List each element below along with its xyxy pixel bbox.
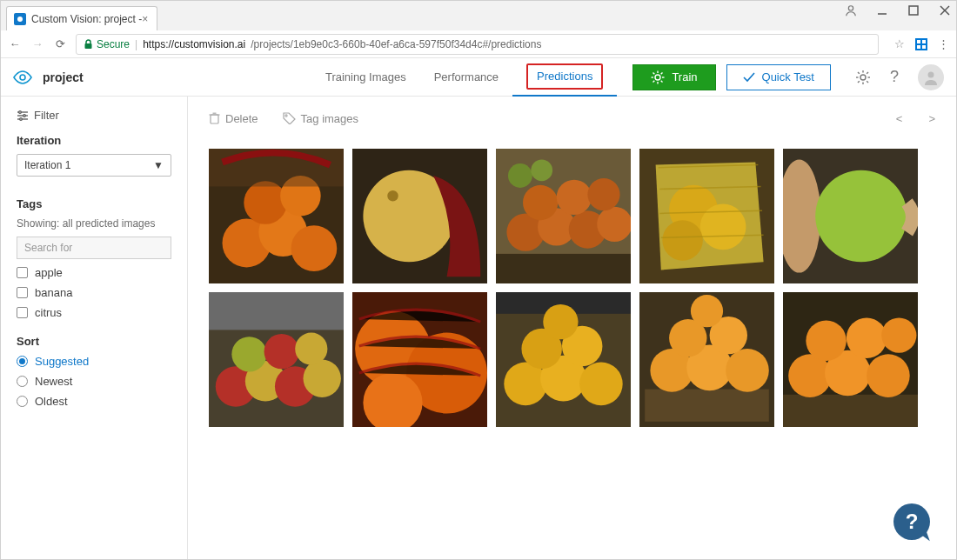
nav-forward-icon[interactable]: →	[30, 37, 44, 50]
prediction-thumbnail[interactable]	[783, 149, 918, 283]
maximize-icon[interactable]	[907, 4, 920, 17]
svg-point-32	[928, 71, 934, 77]
svg-point-92	[579, 363, 623, 406]
tag-search-placeholder: Search for	[24, 242, 72, 254]
tag-search-input[interactable]: Search for	[17, 237, 171, 259]
tag-option-apple[interactable]: apple	[17, 266, 171, 279]
svg-rect-11	[917, 45, 920, 49]
nav-reload-icon[interactable]: ⟳	[53, 37, 67, 50]
project-logo-icon	[13, 70, 32, 84]
svg-point-47	[244, 181, 287, 224]
svg-point-46	[291, 225, 338, 271]
pager-next[interactable]: >	[928, 112, 935, 125]
checkbox-icon	[17, 307, 28, 318]
radio-icon	[17, 396, 28, 407]
svg-rect-54	[496, 254, 631, 283]
svg-point-62	[508, 163, 532, 188]
bookmark-star-icon[interactable]: ☆	[894, 37, 905, 50]
iteration-select[interactable]: Iteration 1 ▼	[17, 154, 171, 177]
iteration-section-title: Iteration	[17, 134, 171, 147]
svg-rect-105	[783, 395, 918, 427]
prediction-thumbnail[interactable]	[352, 292, 487, 427]
tab-training-images[interactable]: Training Images	[311, 58, 420, 97]
tab-close-icon[interactable]: ×	[142, 13, 148, 25]
prediction-thumbnail[interactable]	[639, 292, 774, 427]
svg-point-109	[806, 321, 847, 362]
prediction-thumbnail[interactable]	[352, 149, 487, 283]
sort-section-title: Sort	[17, 335, 171, 348]
main-panel: Delete Tag images < >	[188, 97, 956, 560]
svg-point-23	[860, 75, 866, 80]
checkbox-icon	[17, 287, 28, 298]
svg-rect-4	[909, 6, 918, 15]
svg-point-14	[655, 75, 660, 80]
url-input[interactable]: Secure | https://customvision.ai/project…	[76, 34, 879, 55]
tags-subtext: Showing: all predicted images	[17, 217, 171, 230]
delete-button[interactable]: Delete	[209, 112, 258, 125]
help-fab[interactable]: ?	[893, 503, 930, 540]
svg-line-21	[661, 72, 663, 74]
tag-label: citrus	[35, 306, 62, 319]
checkbox-icon	[17, 267, 28, 278]
tag-images-button[interactable]: Tag images	[283, 112, 358, 125]
trash-icon	[209, 112, 220, 124]
minimize-icon[interactable]	[876, 4, 888, 17]
tag-icon	[283, 112, 296, 124]
gear-icon	[651, 70, 665, 84]
svg-rect-10	[922, 40, 926, 43]
svg-point-60	[557, 180, 592, 215]
tag-option-banana[interactable]: banana	[17, 286, 171, 299]
svg-point-110	[847, 317, 887, 358]
svg-point-61	[587, 178, 619, 210]
filter-icon	[17, 110, 29, 121]
svg-point-58	[597, 207, 631, 242]
prediction-thumbnail[interactable]	[783, 292, 918, 427]
train-button-label: Train	[672, 70, 697, 83]
svg-line-22	[653, 80, 655, 82]
help-icon[interactable]: ?	[890, 68, 899, 86]
prediction-thumbnail[interactable]	[639, 149, 774, 283]
pager-prev[interactable]: <	[896, 112, 903, 125]
quick-test-label: Quick Test	[762, 70, 814, 83]
svg-point-111	[881, 317, 916, 352]
tab-performance[interactable]: Performance	[420, 58, 512, 97]
browser-tab[interactable]: Custom Vision: project - ×	[6, 6, 157, 30]
train-button[interactable]: Train	[632, 64, 715, 90]
svg-point-52	[387, 190, 398, 201]
user-avatar[interactable]	[918, 64, 944, 90]
close-window-icon[interactable]	[939, 4, 951, 17]
svg-rect-12	[922, 45, 926, 49]
extension-icon[interactable]	[915, 38, 927, 50]
svg-rect-9	[917, 40, 920, 43]
quick-test-button[interactable]: Quick Test	[726, 64, 831, 90]
tab-predictions[interactable]: Predictions	[512, 58, 617, 97]
svg-line-29	[867, 81, 868, 83]
radio-icon	[17, 376, 28, 387]
app-header: project Training Images Performance Pred…	[1, 58, 956, 97]
prediction-thumbnail[interactable]	[209, 292, 344, 427]
svg-point-67	[662, 220, 703, 261]
svg-point-1	[17, 17, 23, 22]
sort-option-newest[interactable]: Newest	[17, 375, 171, 388]
svg-rect-97	[645, 390, 769, 422]
browser-address-bar: ← → ⟳ Secure | https://customvision.ai/p…	[1, 30, 956, 58]
account-icon[interactable]	[845, 4, 857, 17]
svg-point-74	[815, 170, 907, 262]
top-navigation: Training Images Performance Predictions …	[311, 58, 944, 97]
sort-option-suggested[interactable]: Suggested	[17, 355, 171, 368]
prediction-thumbnail[interactable]	[496, 149, 631, 283]
browser-menu-icon[interactable]: ⋮	[938, 37, 949, 50]
prediction-thumbnail[interactable]	[209, 149, 344, 283]
nav-back-icon[interactable]: ←	[8, 37, 22, 50]
settings-icon[interactable]	[855, 70, 871, 85]
svg-line-28	[858, 72, 860, 74]
svg-point-108	[867, 354, 910, 397]
tag-option-citrus[interactable]: citrus	[17, 306, 171, 319]
prediction-thumbnail[interactable]	[496, 292, 631, 427]
sort-option-oldest[interactable]: Oldest	[17, 395, 171, 408]
window-controls	[845, 4, 951, 17]
svg-line-30	[867, 72, 868, 74]
radio-icon	[17, 356, 28, 367]
tag-images-label: Tag images	[301, 112, 358, 125]
svg-point-36	[19, 110, 22, 113]
